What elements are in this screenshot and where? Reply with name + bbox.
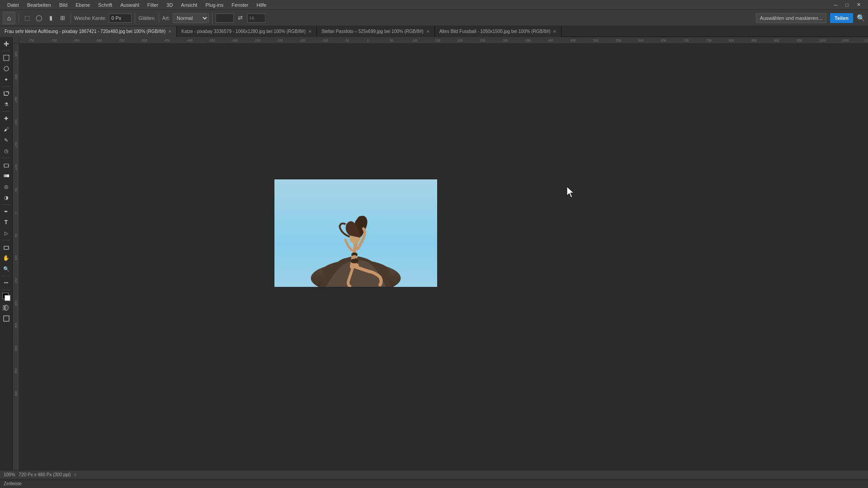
svg-text:-150: -150 <box>14 142 18 148</box>
svg-text:-750: -750 <box>28 39 34 42</box>
svg-text:200: 200 <box>14 300 18 306</box>
tab-stefan[interactable]: Stefan Passfoto – 525x699.jpg bei 100% (… <box>317 26 435 37</box>
eraser-tool[interactable] <box>1 160 11 170</box>
svg-text:50: 50 <box>14 234 18 237</box>
svg-text:250: 250 <box>14 323 18 328</box>
svg-text:400: 400 <box>548 39 553 42</box>
glatten-label: Glätten <box>138 15 154 21</box>
quick-mask-mode-btn[interactable] <box>1 303 11 313</box>
canvas-image-wrapper[interactable] <box>274 179 438 287</box>
lasso-tool[interactable] <box>1 64 11 74</box>
svg-text:700: 700 <box>684 39 689 42</box>
svg-text:1100: 1100 <box>864 39 868 42</box>
menu-item-bild[interactable]: Bild <box>56 1 71 9</box>
svg-text:500: 500 <box>593 39 599 42</box>
window-minimize-btn[interactable]: ─ <box>830 1 841 9</box>
zoom-tool[interactable]: 🔍 <box>1 264 11 274</box>
svg-text:-300: -300 <box>14 74 18 80</box>
tab-frau[interactable]: Frau sehr kleine Auflösung - pixabay 186… <box>0 26 177 37</box>
tab-stefan-close[interactable]: ✕ <box>426 29 430 34</box>
tab-frau-close[interactable]: ✕ <box>168 29 172 34</box>
selection-rect-icon[interactable]: ⬚ <box>22 13 32 23</box>
menu-item-datei[interactable]: Datei <box>4 1 23 9</box>
svg-rect-0 <box>4 55 9 61</box>
svg-text:-450: -450 <box>164 39 170 42</box>
foreground-color-swatch[interactable] <box>1 292 11 302</box>
text-tool[interactable]: T <box>1 217 11 227</box>
teilen-button[interactable]: Teilen <box>830 13 853 23</box>
path-selection-tool[interactable]: ▷ <box>1 228 11 238</box>
selection-col-icon[interactable]: ▮ <box>46 13 56 23</box>
mask-button[interactable]: Auswählen und maskieren... <box>756 13 826 23</box>
art-label: Art: <box>162 15 170 21</box>
art-select[interactable]: Normal Fest Festes Seitenverhältnis Fest… <box>173 13 209 23</box>
tab-fussball[interactable]: Altes Bild Fussball - 1050x1500.jpg bei … <box>435 26 562 37</box>
canvas-area <box>19 43 868 488</box>
eyedropper-tool[interactable]: ⚗ <box>1 99 11 109</box>
dodge-tool[interactable]: ◑ <box>1 192 11 202</box>
window-restore-btn[interactable]: □ <box>842 1 852 9</box>
move-tool[interactable] <box>1 39 11 49</box>
svg-text:-200: -200 <box>277 39 283 42</box>
pen-tool[interactable]: ✒ <box>1 206 11 216</box>
svg-text:-400: -400 <box>186 39 193 42</box>
menu-item-bearbeiten[interactable]: Bearbeiten <box>24 1 55 9</box>
svg-text:950: 950 <box>797 39 802 42</box>
menu-item-filter[interactable]: Filter <box>144 1 162 9</box>
menu-item-ansicht[interactable]: Ansicht <box>177 1 201 9</box>
tab-fussball-close[interactable]: ✕ <box>553 29 557 34</box>
menu-item-schrift[interactable]: Schrift <box>94 1 116 9</box>
magic-wand-tool[interactable]: ✦ <box>1 75 11 84</box>
tab-katze-close[interactable]: ✕ <box>308 29 312 34</box>
svg-text:600: 600 <box>638 39 644 42</box>
tab-katze[interactable]: Katze - pixabay 3336579 - 1066x1280.jpg … <box>177 26 317 37</box>
tabs-bar: Frau sehr kleine Auflösung - pixabay 186… <box>0 26 868 37</box>
svg-text:400: 400 <box>14 391 18 396</box>
svg-text:550: 550 <box>616 39 621 42</box>
more-tools-btn[interactable]: ••• <box>1 278 11 288</box>
selection-extra-icon[interactable]: ⊞ <box>57 13 67 23</box>
toolbar-separator-3 <box>135 13 135 23</box>
svg-text:-250: -250 <box>14 97 18 103</box>
menu-bar: Datei Bearbeiten Bild Ebene Schrift Ausw… <box>0 0 868 10</box>
expand-status-btn[interactable]: › <box>75 472 76 477</box>
history-brush-tool[interactable]: ◷ <box>1 146 11 156</box>
brush-tool[interactable]: 🖌 <box>1 124 11 134</box>
svg-text:-500: -500 <box>141 39 147 42</box>
search-icon[interactable]: 🔍 <box>857 14 865 22</box>
svg-text:-250: -250 <box>254 39 260 42</box>
svg-text:-300: -300 <box>231 39 238 42</box>
menu-item-fenster[interactable]: Fenster <box>228 1 252 9</box>
svg-rect-8 <box>4 246 9 249</box>
clone-stamp-tool[interactable]: ✎ <box>1 135 11 145</box>
svg-text:350: 350 <box>14 368 18 374</box>
gradient-tool[interactable] <box>1 171 11 181</box>
menu-item-hilfe[interactable]: Hilfe <box>253 1 270 9</box>
crop-tool[interactable] <box>1 89 11 99</box>
blur-tool[interactable]: ◎ <box>1 182 11 192</box>
selection-circle-icon[interactable]: ◯ <box>34 13 44 23</box>
hand-tool[interactable]: ✋ <box>1 253 11 263</box>
menu-item-auswahl[interactable]: Auswahl <box>117 1 143 9</box>
height-input[interactable] <box>247 14 265 23</box>
timeline-label[interactable]: Zeitleiste <box>4 481 22 486</box>
canvas-image <box>274 179 438 287</box>
svg-text:300: 300 <box>503 39 508 42</box>
window-close-btn[interactable]: ✕ <box>853 1 864 9</box>
swap-icon[interactable]: ⇄ <box>236 13 245 23</box>
rectangular-marquee-tool[interactable] <box>1 53 11 63</box>
svg-rect-12 <box>4 316 9 321</box>
width-input[interactable] <box>216 14 234 23</box>
toolbar-separator-2 <box>71 13 71 23</box>
healing-tool[interactable]: ✚ <box>1 113 11 123</box>
menu-item-3d[interactable]: 3D <box>163 1 176 9</box>
svg-text:650: 650 <box>661 39 666 42</box>
cursor <box>566 186 577 199</box>
menu-item-ebene[interactable]: Ebene <box>72 1 94 9</box>
weiche-kante-input[interactable] <box>109 14 132 23</box>
home-button[interactable]: ⌂ <box>3 12 15 24</box>
menu-item-plugins[interactable]: Plug-ins <box>202 1 227 9</box>
change-screen-mode-btn[interactable] <box>1 314 11 324</box>
shape-tool[interactable] <box>1 242 11 252</box>
toolbar-separator-5 <box>212 13 212 23</box>
